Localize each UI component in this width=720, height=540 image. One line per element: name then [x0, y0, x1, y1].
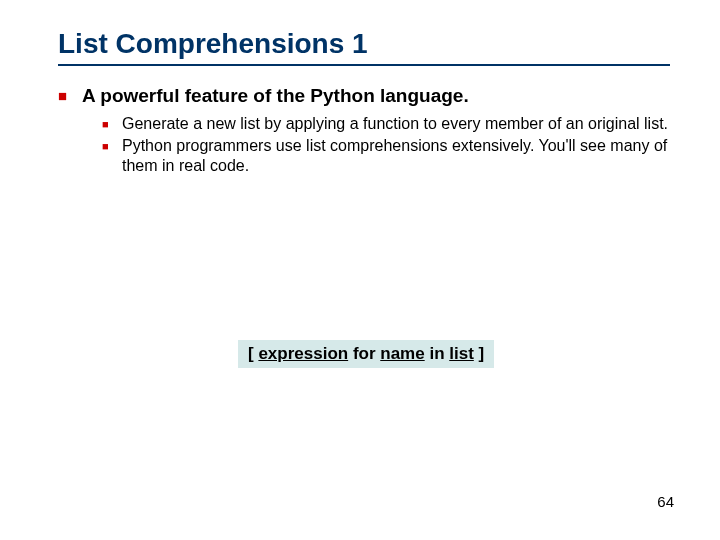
- slide: List Comprehensions 1 ■ A powerful featu…: [0, 0, 720, 540]
- syntax-list: list: [449, 344, 474, 363]
- bullet-level2: ■ Generate a new list by applying a func…: [58, 114, 670, 134]
- square-bullet-icon: ■: [58, 84, 67, 108]
- bullet-level1: ■ A powerful feature of the Python langu…: [58, 84, 670, 108]
- heading-text: A powerful feature of the Python languag…: [82, 85, 469, 106]
- slide-title: List Comprehensions 1: [58, 28, 670, 60]
- syntax-box: [ expression for name in list ]: [238, 340, 494, 368]
- bullet-level2: ■ Python programmers use list comprehens…: [58, 136, 670, 176]
- syntax-expression: expression: [258, 344, 348, 363]
- syntax-for: for: [348, 344, 380, 363]
- syntax-close: ]: [474, 344, 484, 363]
- page-number: 64: [657, 493, 674, 510]
- point-text: Python programmers use list comprehensio…: [122, 137, 667, 174]
- syntax-open: [: [248, 344, 258, 363]
- square-bullet-icon: ■: [102, 114, 109, 134]
- square-bullet-icon: ■: [102, 136, 109, 156]
- syntax-name: name: [380, 344, 424, 363]
- title-underline: [58, 64, 670, 66]
- point-text: Generate a new list by applying a functi…: [122, 115, 668, 132]
- syntax-in: in: [425, 344, 450, 363]
